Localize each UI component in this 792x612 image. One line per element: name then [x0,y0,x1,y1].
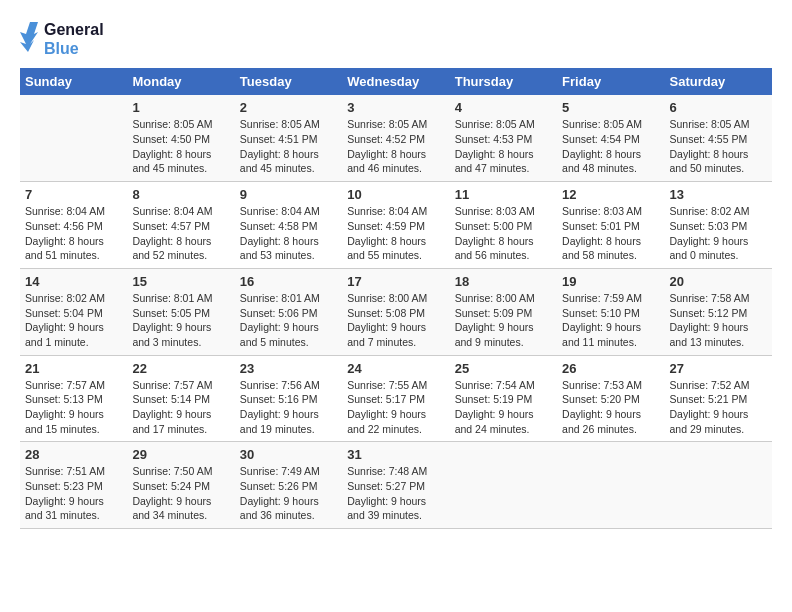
calendar-cell: 25Sunrise: 7:54 AMSunset: 5:19 PMDayligh… [450,355,557,442]
day-number: 26 [562,361,659,376]
day-number: 4 [455,100,552,115]
day-number: 22 [132,361,229,376]
weekday-header-monday: Monday [127,68,234,95]
calendar-cell: 26Sunrise: 7:53 AMSunset: 5:20 PMDayligh… [557,355,664,442]
day-number: 24 [347,361,444,376]
day-info: Sunrise: 7:57 AMSunset: 5:13 PMDaylight:… [25,378,122,437]
day-number: 31 [347,447,444,462]
day-number: 14 [25,274,122,289]
day-number: 15 [132,274,229,289]
calendar-cell: 4Sunrise: 8:05 AMSunset: 4:53 PMDaylight… [450,95,557,181]
day-info: Sunrise: 7:59 AMSunset: 5:10 PMDaylight:… [562,291,659,350]
day-number: 7 [25,187,122,202]
day-number: 18 [455,274,552,289]
day-number: 17 [347,274,444,289]
day-number: 30 [240,447,337,462]
day-info: Sunrise: 7:56 AMSunset: 5:16 PMDaylight:… [240,378,337,437]
day-number: 5 [562,100,659,115]
day-number: 21 [25,361,122,376]
calendar-week-row: 14Sunrise: 8:02 AMSunset: 5:04 PMDayligh… [20,268,772,355]
day-info: Sunrise: 8:03 AMSunset: 5:00 PMDaylight:… [455,204,552,263]
calendar-cell: 17Sunrise: 8:00 AMSunset: 5:08 PMDayligh… [342,268,449,355]
logo: General Blue [20,20,104,58]
day-number: 27 [670,361,767,376]
calendar-cell: 11Sunrise: 8:03 AMSunset: 5:00 PMDayligh… [450,182,557,269]
calendar-cell: 18Sunrise: 8:00 AMSunset: 5:09 PMDayligh… [450,268,557,355]
calendar-cell: 19Sunrise: 7:59 AMSunset: 5:10 PMDayligh… [557,268,664,355]
day-info: Sunrise: 7:55 AMSunset: 5:17 PMDaylight:… [347,378,444,437]
day-number: 3 [347,100,444,115]
day-number: 11 [455,187,552,202]
calendar-week-row: 28Sunrise: 7:51 AMSunset: 5:23 PMDayligh… [20,442,772,529]
day-info: Sunrise: 7:53 AMSunset: 5:20 PMDaylight:… [562,378,659,437]
calendar-cell: 1Sunrise: 8:05 AMSunset: 4:50 PMDaylight… [127,95,234,181]
calendar-cell: 20Sunrise: 7:58 AMSunset: 5:12 PMDayligh… [665,268,772,355]
day-number: 19 [562,274,659,289]
day-info: Sunrise: 8:02 AMSunset: 5:03 PMDaylight:… [670,204,767,263]
calendar-cell [450,442,557,529]
calendar-cell [665,442,772,529]
weekday-header-friday: Friday [557,68,664,95]
day-number: 25 [455,361,552,376]
day-info: Sunrise: 7:49 AMSunset: 5:26 PMDaylight:… [240,464,337,523]
calendar-cell: 9Sunrise: 8:04 AMSunset: 4:58 PMDaylight… [235,182,342,269]
page-header: General Blue [20,20,772,58]
day-number: 1 [132,100,229,115]
logo-bird-icon [20,22,38,52]
day-number: 20 [670,274,767,289]
calendar-cell: 29Sunrise: 7:50 AMSunset: 5:24 PMDayligh… [127,442,234,529]
day-info: Sunrise: 8:05 AMSunset: 4:55 PMDaylight:… [670,117,767,176]
day-number: 29 [132,447,229,462]
calendar-cell [557,442,664,529]
day-info: Sunrise: 8:05 AMSunset: 4:52 PMDaylight:… [347,117,444,176]
calendar-cell: 23Sunrise: 7:56 AMSunset: 5:16 PMDayligh… [235,355,342,442]
calendar-cell: 6Sunrise: 8:05 AMSunset: 4:55 PMDaylight… [665,95,772,181]
calendar-cell: 24Sunrise: 7:55 AMSunset: 5:17 PMDayligh… [342,355,449,442]
day-info: Sunrise: 8:04 AMSunset: 4:56 PMDaylight:… [25,204,122,263]
weekday-header-row: SundayMondayTuesdayWednesdayThursdayFrid… [20,68,772,95]
calendar-week-row: 7Sunrise: 8:04 AMSunset: 4:56 PMDaylight… [20,182,772,269]
day-number: 23 [240,361,337,376]
day-number: 2 [240,100,337,115]
calendar-cell: 5Sunrise: 8:05 AMSunset: 4:54 PMDaylight… [557,95,664,181]
day-number: 6 [670,100,767,115]
day-info: Sunrise: 8:03 AMSunset: 5:01 PMDaylight:… [562,204,659,263]
day-info: Sunrise: 8:02 AMSunset: 5:04 PMDaylight:… [25,291,122,350]
day-info: Sunrise: 7:51 AMSunset: 5:23 PMDaylight:… [25,464,122,523]
calendar-week-row: 21Sunrise: 7:57 AMSunset: 5:13 PMDayligh… [20,355,772,442]
day-info: Sunrise: 8:05 AMSunset: 4:53 PMDaylight:… [455,117,552,176]
day-info: Sunrise: 8:04 AMSunset: 4:59 PMDaylight:… [347,204,444,263]
weekday-header-sunday: Sunday [20,68,127,95]
calendar-week-row: 1Sunrise: 8:05 AMSunset: 4:50 PMDaylight… [20,95,772,181]
day-number: 13 [670,187,767,202]
weekday-header-wednesday: Wednesday [342,68,449,95]
day-number: 16 [240,274,337,289]
day-info: Sunrise: 7:54 AMSunset: 5:19 PMDaylight:… [455,378,552,437]
calendar-cell: 21Sunrise: 7:57 AMSunset: 5:13 PMDayligh… [20,355,127,442]
day-info: Sunrise: 8:05 AMSunset: 4:50 PMDaylight:… [132,117,229,176]
day-info: Sunrise: 8:01 AMSunset: 5:05 PMDaylight:… [132,291,229,350]
day-number: 8 [132,187,229,202]
calendar-cell: 16Sunrise: 8:01 AMSunset: 5:06 PMDayligh… [235,268,342,355]
day-number: 9 [240,187,337,202]
day-info: Sunrise: 8:00 AMSunset: 5:09 PMDaylight:… [455,291,552,350]
day-info: Sunrise: 7:50 AMSunset: 5:24 PMDaylight:… [132,464,229,523]
day-info: Sunrise: 8:01 AMSunset: 5:06 PMDaylight:… [240,291,337,350]
svg-marker-0 [20,22,38,52]
day-number: 10 [347,187,444,202]
day-info: Sunrise: 8:05 AMSunset: 4:54 PMDaylight:… [562,117,659,176]
day-info: Sunrise: 8:04 AMSunset: 4:58 PMDaylight:… [240,204,337,263]
day-info: Sunrise: 7:57 AMSunset: 5:14 PMDaylight:… [132,378,229,437]
calendar-cell: 2Sunrise: 8:05 AMSunset: 4:51 PMDaylight… [235,95,342,181]
calendar-cell [20,95,127,181]
logo-line1: General [44,20,104,39]
day-info: Sunrise: 8:00 AMSunset: 5:08 PMDaylight:… [347,291,444,350]
calendar-cell: 31Sunrise: 7:48 AMSunset: 5:27 PMDayligh… [342,442,449,529]
calendar-cell: 7Sunrise: 8:04 AMSunset: 4:56 PMDaylight… [20,182,127,269]
day-number: 28 [25,447,122,462]
calendar-cell: 8Sunrise: 8:04 AMSunset: 4:57 PMDaylight… [127,182,234,269]
weekday-header-tuesday: Tuesday [235,68,342,95]
calendar-cell: 27Sunrise: 7:52 AMSunset: 5:21 PMDayligh… [665,355,772,442]
day-info: Sunrise: 7:48 AMSunset: 5:27 PMDaylight:… [347,464,444,523]
day-info: Sunrise: 8:04 AMSunset: 4:57 PMDaylight:… [132,204,229,263]
